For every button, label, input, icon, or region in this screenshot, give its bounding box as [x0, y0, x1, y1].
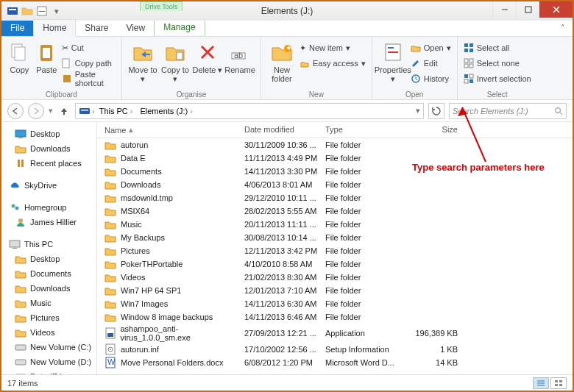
tab-file[interactable]: File	[1, 20, 33, 36]
breadcrumb-thispc[interactable]: This PC›	[96, 107, 136, 115]
close-button[interactable]	[539, 1, 573, 18]
file-row[interactable]: msdownld.tmp29/12/2010 10:11 ...File fol…	[97, 191, 573, 204]
file-row[interactable]: Music20/11/2013 11:11 ...File folder	[97, 218, 573, 231]
paste-button[interactable]: Paste	[33, 39, 60, 86]
sidebar-item-recent[interactable]: Recent places	[1, 156, 96, 171]
file-row[interactable]: autorun30/11/2009 10:36 ...File folder	[97, 138, 573, 152]
copy-to-button[interactable]: Copy to ▾	[159, 39, 191, 83]
file-list[interactable]: autorun30/11/2009 10:36 ...File folderDa…	[97, 138, 573, 374]
sidebar-item-pc-desktop[interactable]: Desktop	[1, 252, 96, 266]
sidebar-item-vol-e[interactable]: Data (E:)	[1, 369, 96, 374]
qat-properties-icon[interactable]	[35, 4, 49, 18]
sidebar-item-vol-d[interactable]: New Volume (D:)	[1, 354, 96, 369]
invert-selection-button[interactable]: Invert selection	[462, 71, 533, 86]
copy-button[interactable]: Copy	[6, 39, 33, 86]
breadcrumb-drive-icon	[79, 105, 91, 117]
column-header-size[interactable]: Size	[406, 125, 465, 135]
maximize-button[interactable]	[516, 1, 539, 18]
nav-history-dropdown[interactable]: ▾	[49, 106, 53, 115]
select-none-button[interactable]: Select none	[462, 56, 533, 71]
file-row[interactable]: Downloads4/06/2013 8:01 AMFile folder	[97, 178, 573, 191]
sidebar-item-downloads[interactable]: Downloads	[1, 141, 96, 156]
file-name: Downloads	[121, 180, 160, 189]
chevron-right-icon[interactable]: ›	[92, 107, 95, 115]
ribbon-tabs: File Home Share View Manage ˄	[1, 21, 573, 37]
file-date: 27/09/2013 12:21 ...	[244, 329, 325, 338]
new-folder-button[interactable]: ✦New folder	[266, 39, 298, 83]
svg-rect-34	[470, 74, 473, 78]
file-row[interactable]: ashampoo_anti-virus_1.0.0_sm.exe27/09/20…	[97, 324, 573, 343]
column-header-name[interactable]: Name ▴	[97, 125, 244, 135]
cut-button[interactable]: ✂Cut	[60, 40, 117, 55]
sidebar-item-user[interactable]: James Hillier	[1, 215, 96, 229]
sidebar-item-vol-c[interactable]: New Volume (C:)	[1, 340, 96, 354]
new-item-button[interactable]: ✦New item ▾	[298, 40, 367, 55]
minimize-button[interactable]	[492, 1, 516, 18]
paste-shortcut-icon	[62, 74, 72, 84]
file-row[interactable]: MSIX6428/02/2013 5:55 AMFile folder	[97, 204, 573, 218]
nav-back-button[interactable]	[7, 103, 24, 119]
file-row[interactable]: autorun.inf17/10/2002 12:56 ...Setup Inf…	[97, 343, 573, 356]
nav-forward-button[interactable]	[28, 103, 44, 119]
edit-button[interactable]: Edit	[409, 56, 453, 71]
file-row[interactable]: Window 8 image backups14/11/2013 6:46 AM…	[97, 310, 573, 324]
copy-path-button[interactable]: Copy path	[60, 56, 117, 71]
view-details-button[interactable]	[533, 377, 549, 389]
sidebar-item-pc-documents[interactable]: Documents	[1, 266, 96, 281]
group-label-clipboard: Clipboard	[1, 90, 121, 99]
file-row[interactable]: Videos21/02/2013 8:30 AMFile folder	[97, 271, 573, 284]
nav-up-button[interactable]	[57, 104, 71, 118]
ribbon-collapse-icon[interactable]: ˄	[553, 21, 573, 36]
file-row[interactable]: Win7 HP 64 SP112/01/2013 7:10 AMFile fol…	[97, 284, 573, 297]
sidebar-item-thispc[interactable]: This PC	[1, 237, 96, 252]
open-button[interactable]: Open ▾	[409, 40, 453, 55]
file-row[interactable]: WMove Personal Folders.docx6/08/2012 1:2…	[97, 356, 573, 369]
tab-share[interactable]: Share	[76, 20, 117, 36]
properties-button[interactable]: Properties ▾	[377, 39, 409, 86]
file-row[interactable]: Win7 Images14/11/2013 6:30 AMFile folder	[97, 297, 573, 310]
file-date: 14/11/2013 6:30 AM	[244, 299, 325, 308]
sidebar-item-pc-downloads[interactable]: Downloads	[1, 281, 96, 296]
file-type: File folder	[325, 246, 406, 255]
paste-shortcut-button[interactable]: Paste shortcut	[60, 71, 117, 86]
qat-folder-icon[interactable]	[21, 4, 34, 18]
refresh-button[interactable]	[428, 103, 444, 119]
move-to-button[interactable]: Move to ▾	[127, 39, 159, 83]
view-icons-button[interactable]	[550, 377, 567, 389]
invert-selection-icon	[464, 74, 474, 84]
sidebar-item-desktop[interactable]: Desktop	[1, 126, 96, 141]
svg-rect-14	[177, 52, 183, 60]
tab-manage[interactable]: Manage	[154, 18, 205, 36]
column-header-type[interactable]: Type	[325, 125, 406, 135]
item-count: 17 items	[7, 379, 38, 388]
breadcrumb[interactable]: › This PC› Elements (J:)› ▾	[75, 103, 424, 119]
sidebar-item-pc-pictures[interactable]: Pictures	[1, 310, 96, 325]
folder-icon	[104, 258, 116, 270]
file-row[interactable]: PokerTHPortable4/10/2010 8:58 AMFile fol…	[97, 257, 573, 271]
sidebar-item-pc-videos[interactable]: Videos	[1, 325, 96, 340]
svg-rect-11	[43, 48, 50, 58]
easy-access-button[interactable]: Easy access ▾	[298, 56, 367, 71]
column-header-date[interactable]: Date modified	[244, 125, 325, 135]
sidebar-item-homegroup[interactable]: Homegroup	[1, 200, 96, 215]
file-row[interactable]: My Backups30/08/2013 10:14 ...File folde…	[97, 231, 573, 244]
file-type: File folder	[325, 233, 406, 242]
breadcrumb-drive[interactable]: Elements (J:)›	[137, 107, 195, 115]
rename-button[interactable]: abRename	[224, 39, 256, 83]
search-input[interactable]: Search Elements (J:)	[449, 103, 567, 119]
tab-home[interactable]: Home	[33, 19, 76, 37]
file-row[interactable]: Pictures12/11/2013 3:42 PMFile folder	[97, 244, 573, 257]
history-button[interactable]: History	[409, 71, 453, 86]
breadcrumb-dropdown-icon[interactable]: ▾	[416, 106, 420, 115]
qat-dropdown-icon[interactable]: ▾	[50, 4, 63, 18]
delete-button[interactable]: Delete ▾	[191, 39, 224, 83]
folder-icon	[104, 311, 116, 323]
file-row[interactable]: Documents14/11/2013 3:30 PMFile folder	[97, 165, 573, 178]
file-size: 196,389 KB	[406, 329, 465, 338]
file-type: File folder	[325, 140, 406, 149]
select-all-button[interactable]: Select all	[462, 40, 533, 55]
sidebar-item-pc-music[interactable]: Music	[1, 296, 96, 310]
tab-view[interactable]: View	[117, 20, 154, 36]
file-row[interactable]: Data E11/11/2013 4:49 PMFile folder	[97, 152, 573, 165]
sidebar-item-skydrive[interactable]: SkyDrive	[1, 178, 96, 193]
